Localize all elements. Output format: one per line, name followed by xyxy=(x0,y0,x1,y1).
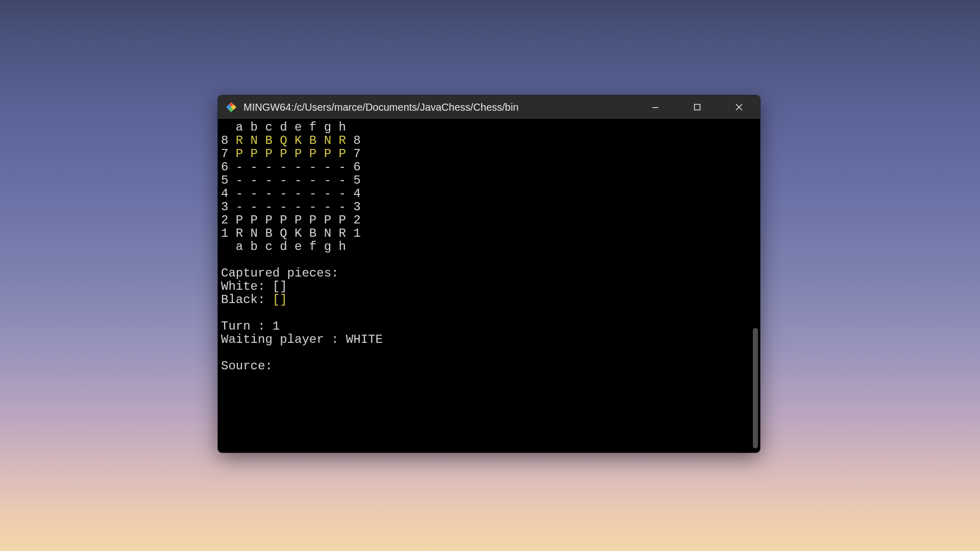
mingw-icon xyxy=(225,101,237,113)
maximize-button[interactable] xyxy=(676,95,718,119)
board-columns-bottom: a b c d e f g h xyxy=(221,240,346,254)
rank8-right: 8 xyxy=(346,134,361,147)
minimize-icon xyxy=(652,104,659,111)
titlebar[interactable]: MINGW64:/c/Users/marce/Documents/JavaChe… xyxy=(218,95,760,119)
rank4: 4 - - - - - - - - 4 xyxy=(221,187,361,201)
captured-black-value: [] xyxy=(273,293,287,307)
svg-rect-5 xyxy=(695,105,700,110)
waiting-line: Waiting player : WHITE xyxy=(221,333,383,346)
terminal-window: MINGW64:/c/Users/marce/Documents/JavaChe… xyxy=(218,95,760,453)
captured-header: Captured pieces: xyxy=(221,266,338,280)
rank6: 6 - - - - - - - - 6 xyxy=(221,160,361,174)
source-prompt: Source: xyxy=(221,359,280,373)
window-title: MINGW64:/c/Users/marce/Documents/JavaChe… xyxy=(243,102,519,113)
rank7-left: 7 xyxy=(221,147,236,161)
board-columns-top: a b c d e f g h xyxy=(221,120,346,134)
rank3: 3 - - - - - - - - 3 xyxy=(221,200,361,214)
rank1: 1 R N B Q K B N R 1 xyxy=(221,227,361,240)
desktop-background: MINGW64:/c/Users/marce/Documents/JavaChe… xyxy=(0,0,980,551)
rank5: 5 - - - - - - - - 5 xyxy=(221,173,361,187)
maximize-icon xyxy=(694,104,701,111)
window-controls xyxy=(634,95,760,119)
terminal-output[interactable]: a b c d e f g h 8 R N B Q K B N R 8 7 P … xyxy=(218,119,760,453)
minimize-button[interactable] xyxy=(634,95,676,119)
turn-line: Turn : 1 xyxy=(221,319,280,333)
rank7-pieces: P P P P P P P P xyxy=(236,147,346,161)
svg-rect-4 xyxy=(652,107,658,108)
rank2: 2 P P P P P P P P 2 xyxy=(221,213,361,227)
close-button[interactable] xyxy=(718,95,760,119)
captured-white-label: White: xyxy=(221,280,273,293)
close-icon xyxy=(736,104,743,111)
rank7-right: 7 xyxy=(346,147,361,161)
scrollbar-thumb[interactable] xyxy=(753,328,758,448)
captured-black-label: Black: xyxy=(221,293,273,307)
rank8-left: 8 xyxy=(221,134,236,147)
captured-white-value: [] xyxy=(273,280,287,293)
rank8-pieces: R N B Q K B N R xyxy=(236,134,346,147)
